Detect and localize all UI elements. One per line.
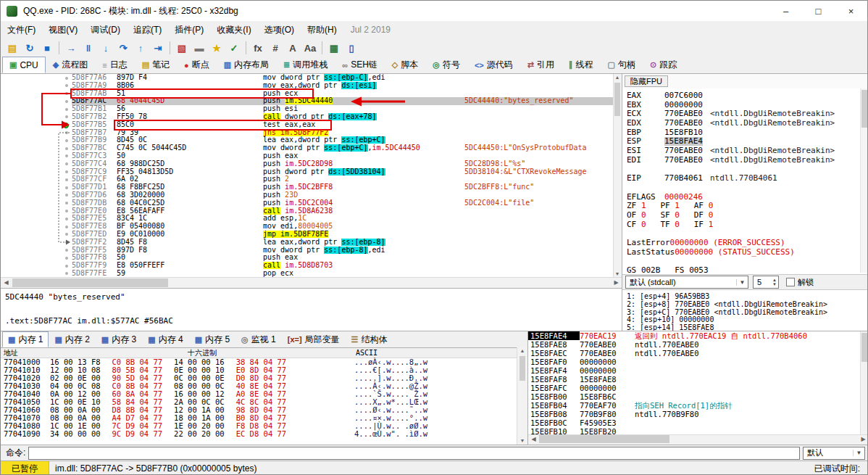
step-over-icon[interactable]: ↷ [115,41,131,55]
stack-argument[interactable]: 4: [esp+10] 00000000 [627,316,867,324]
register-line[interactable]: ECX770EABE0<ntdll.DbgUiRemoteBreakin> [627,110,859,119]
stack-argument[interactable]: 2: [esp+8] 770EABE0 <ntdll.DbgUiRemoteBr… [627,301,867,309]
stack-row[interactable]: 15E8FB08770B9F80ntdll.770B9F80 [528,410,861,418]
disasm-row[interactable]: 5D8F77D168 F8BFC25Dpush im.5DC2BFF85DC2B… [1,183,614,191]
stack-argument[interactable]: 3: [esp+C] 770EABE0 <ntdll.DbgUiRemoteBr… [627,309,867,317]
tab-references[interactable]: ⇄引用 [520,57,562,73]
register-line[interactable]: EIP770B4061ntdll.770B4061 [627,174,859,183]
step-into-icon[interactable]: ↓ [98,41,114,55]
tab-source[interactable]: <>源代码 [467,57,520,73]
stack-row[interactable]: 15E8FAFC00000000 [528,384,861,392]
command-profile-select[interactable]: 默认 ▼ [803,447,865,460]
open-file-icon[interactable]: ▤ [4,41,20,55]
scroll-thumb[interactable] [519,356,525,381]
stack-vertical-scrollbar[interactable] [860,331,868,436]
minimize-button[interactable]: – [769,1,802,21]
memory-chip-icon[interactable]: ▦ [326,41,342,55]
stack-horizontal-scrollbar[interactable]: ◀ ▶ [528,434,868,445]
register-line[interactable]: CF 0 TF 0 IF 1 [627,220,859,230]
disassembly-horizontal-scrollbar[interactable]: ◀ ▶ [1,277,622,288]
register-line[interactable]: LastStatus00000000 (STATUS_SUCCESS) [627,248,859,257]
menu-item[interactable]: 收藏夹(I) [210,22,257,38]
scroll-left-arrow[interactable]: ◀ [529,435,538,444]
close-button[interactable]: × [835,1,867,21]
register-line[interactable]: EDX770EABE0<ntdll.DbgUiRemoteBreakin> [627,119,859,128]
tab-threads[interactable]: ∥线程 [562,57,601,73]
disasm-row[interactable]: 5D8F77AB51push ecx [1,90,614,98]
disasm-row[interactable]: 5D8F77B2FF50 78call dword ptr ds:[eax+78… [1,113,614,121]
disasm-row[interactable]: 5D8F77A6897D F4mov dword ptr ss:[ebp-C],… [1,74,614,82]
hash-icon[interactable]: # [267,41,283,55]
disasm-row[interactable]: 5D8F77B98D45 0Clea eax,dword ptr ss:[ebp… [1,136,614,144]
tab-notes[interactable]: ▤笔记 [135,57,177,73]
scroll-right-arrow[interactable]: ▶ [612,278,621,287]
register-line[interactable]: EDI770EABE0<ntdll.DbgUiRemoteBreakin> [627,156,859,165]
comment-icon[interactable]: ▬ [191,41,207,55]
stack-row[interactable]: 15E8FB0015E8FB6C [528,392,861,401]
disasm-row[interactable]: 5D8F77E583C4 1Cadd esp,1C [1,215,614,223]
register-line[interactable] [627,257,859,266]
run-to-user-icon[interactable]: ⇥ [150,41,166,55]
stack-row[interactable]: 15E8FB0CF45905E3 [528,418,861,427]
stack-row[interactable]: 15E8FAF400000000 [528,366,861,375]
check-icon[interactable]: ✓ [226,41,242,55]
highlight-icon[interactable]: Aa [302,41,318,55]
scroll-thumb[interactable] [539,435,669,443]
disasm-row[interactable]: 5D8F77C468 988DC25Dpush im.5DC28D985DC28… [1,160,614,168]
stack-row[interactable]: 15E8FAE8770EABE0ntdll.770EABE0 [528,340,861,349]
tab-handles[interactable]: ▢句柄 [601,57,643,73]
disasm-row[interactable]: 5D8F77DB68 04C0C25Dpush im.5DC2C0045DC2C… [1,199,614,207]
disasm-row[interactable]: 5D8F77F9E8 050FFEFFcall im.5D8D8703 [1,262,614,270]
stack-row[interactable]: 15E8FAF815E8FAE8 [528,375,861,384]
registers-scrollbar[interactable] [860,88,868,273]
maximize-button[interactable]: □ [802,1,835,21]
disasm-row[interactable]: 5D8F77A98B06mov eax,dword ptr ds:[esi] [1,82,614,90]
stack-argument[interactable]: 1: [esp+4] 96A59BB3 [627,293,867,301]
menu-item[interactable]: 帮助(H) [301,22,343,38]
tab-memory-3[interactable]: ▦内存 3 [96,331,142,347]
register-line[interactable]: ZF 1 PF 1 AF 0 [627,202,859,211]
step-out-icon[interactable]: ↑ [133,41,149,55]
tab-log[interactable]: ≡日志 [95,57,134,73]
patch-icon[interactable]: ▧ [174,41,190,55]
font-icon[interactable]: A [285,41,301,55]
scroll-thumb[interactable] [12,278,168,287]
tab-seh[interactable]: ∞SEH链 [335,57,385,73]
tab-memory-map[interactable]: ▥内存布局 [217,57,276,73]
unlock-checkbox[interactable]: 解锁 [786,277,814,288]
tab-struct[interactable]: ☰结构体 [346,331,393,347]
breakpoint-dot[interactable] [63,123,69,128]
memory-row[interactable]: 7704109034 00 00 009C D9 04 7722 00 20 0… [1,430,527,438]
phone-icon[interactable]: ▯ [343,41,359,55]
scroll-thumb[interactable] [861,333,867,362]
tab-memory-1[interactable]: ▦内存 1 [2,331,49,347]
favourites-icon[interactable]: ★ [209,41,225,55]
register-line[interactable]: EBX00000000 [627,101,859,110]
tab-memory-4[interactable]: ▦内存 4 [142,331,188,347]
stack-argument[interactable]: 5: [esp+14] 15E8FAE8 [627,324,867,331]
menu-item[interactable]: 插件(P) [168,22,210,38]
scroll-up-arrow[interactable]: ▲ [519,347,526,355]
tab-cpu[interactable]: ▣CPU [2,57,46,73]
tab-breakpoints[interactable]: ●断点 [177,57,217,73]
restart-icon[interactable]: ↻ [22,41,38,55]
register-line[interactable] [627,165,859,175]
scroll-thumb[interactable] [614,83,620,116]
run-icon[interactable]: → [63,41,79,55]
disassembly-vertical-scrollbar[interactable]: ▲ ▼ [613,74,622,278]
register-line[interactable]: EFLAGS00000246 [627,193,859,202]
tab-symbols[interactable]: ◎符号 [425,57,467,73]
tab-graph[interactable]: ◈流程图 [46,57,95,73]
tab-trace[interactable]: ⊙跟踪 [643,57,684,73]
disasm-row[interactable]: 5D8F77B156push esi [1,105,614,113]
scroll-left-arrow[interactable]: ◀ [1,278,11,287]
disasm-row[interactable]: 5D8F77B779 39jns im.5D8F77F2 [1,129,614,137]
memory-vertical-scrollbar[interactable]: ▲ ▼ [517,347,527,445]
register-line[interactable] [627,229,859,239]
disasm-row[interactable]: 5D8F77F28D45 F8lea eax,dword ptr ss:[ebp… [1,239,614,247]
spinner-arrows-icon[interactable]: ▲▼ [772,278,778,286]
tab-watch-1[interactable]: ◎监视 1 [235,331,282,347]
disasm-row[interactable]: 5D8F77AC68 4044C45Dpush im.5DC444405DC44… [1,97,614,105]
menu-item[interactable]: 追踪(T) [127,22,168,38]
stop-icon[interactable]: ■ [39,41,55,55]
